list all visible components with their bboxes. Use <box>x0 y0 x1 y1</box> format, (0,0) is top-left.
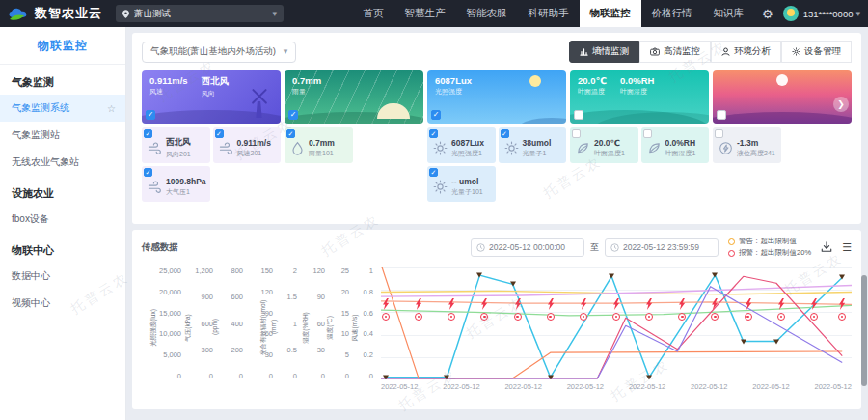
sensor-chip[interactable]: 20.0℃ 叶面温度1 <box>570 127 638 163</box>
sidebar-item[interactable]: 气象监测系统 ☆ <box>0 95 125 122</box>
sidebar-item[interactable]: 视频中心 <box>0 290 125 317</box>
location-label: 萧山测试 <box>134 8 267 20</box>
sensor-chip[interactable]: ✓ 6087Lux 光照强度1 <box>427 127 496 163</box>
card-label: 叶面温度 <box>578 87 607 97</box>
chart-plot-area[interactable] <box>381 267 852 379</box>
nav-item[interactable]: 首页 <box>353 0 394 27</box>
chart-y-axis: 光照强度(lux) 25,00020,00015,00010,0005,0000 <box>142 267 181 379</box>
axis-tick: 25 <box>341 267 349 274</box>
axis-tick: 0.5 <box>287 347 297 353</box>
chip-checkbox[interactable]: ✓ <box>429 168 438 177</box>
card-checkbox[interactable]: ✓ <box>146 110 155 120</box>
chevron-down-icon: ▾ <box>855 10 860 18</box>
axis-tick: 0.8 <box>364 289 373 295</box>
nav-item[interactable]: 科研助手 <box>518 0 580 27</box>
monitor-tab[interactable]: 墒情监测 <box>569 41 639 63</box>
card-metric: 0.7mm 雨量 <box>292 75 321 97</box>
chip-value: 6087Lux <box>451 138 484 148</box>
axis-label: 光合有效辐射(umol) <box>259 300 268 355</box>
sensor-card[interactable] <box>713 70 852 124</box>
username: 131****0000 <box>803 9 854 19</box>
sidebar-item[interactable]: fbox设备 <box>0 206 125 233</box>
clock-icon <box>610 243 619 252</box>
topbar: 数智农业云 萧山测试 ▾ 首页智慧生产智能农服科研助手物联监控价格行情知识库 ⚙… <box>0 0 868 27</box>
scrollbar[interactable] <box>861 275 867 386</box>
app-logo-icon <box>8 7 29 21</box>
sidebar-item[interactable]: 气象监测站 <box>0 122 125 149</box>
sidebar: 物联监控 气象监测 气象监测系统 ☆ 气象监测站 无线农业气象站 设施农业 fb… <box>0 27 126 420</box>
axis-tick: 800 <box>231 267 243 274</box>
download-icon[interactable] <box>821 241 832 253</box>
sensor-chip[interactable]: -1.3m 液位高度241 <box>713 127 781 163</box>
chip-checkbox[interactable]: ✓ <box>215 129 224 138</box>
chip-value: 20.0℃ <box>594 138 625 148</box>
date-from-value: 2022-05-12 00:00:00 <box>489 242 565 252</box>
sensor-card[interactable]: 6087Lux 光照强度 ✓ <box>427 70 566 124</box>
chip-value: 1009.8hPa <box>166 177 206 186</box>
axis-tick: 120 <box>260 289 273 295</box>
chart-y-axes: 光照强度(lux) 25,00020,00015,00010,0005,0000… <box>142 267 373 391</box>
device-select[interactable]: 气象职能(萧山基地内外场活动) ▾ <box>142 42 296 63</box>
avatar[interactable] <box>783 6 799 21</box>
sidebar-item-label: 数据中心 <box>12 269 50 283</box>
monitor-tab[interactable]: 设备管理 <box>781 41 852 63</box>
chip-checkbox[interactable]: ✓ <box>429 129 438 138</box>
location-select[interactable]: 萧山测试 ▾ <box>116 5 284 22</box>
axis-label: 温度(℃) <box>326 316 335 340</box>
date-from-input[interactable]: 2022-05-12 00:00:00 <box>471 238 584 257</box>
chip-checkbox[interactable]: ✓ <box>501 129 509 138</box>
carousel-next-button[interactable]: ❯ <box>833 97 849 112</box>
monitor-tabs: 墒情监测 高清监控 环境分析 设备管理 <box>569 41 852 63</box>
sidebar-section-label: 设施农业 <box>0 176 125 206</box>
sensor-chip[interactable]: ✓ 0.7mm 雨量101 <box>285 127 353 163</box>
sensor-card[interactable]: 0.7mm 雨量 ✓ <box>285 70 423 124</box>
sensor-card[interactable]: 0.911m/s 风速 西北风 风向 ✓ <box>142 70 281 124</box>
drop-icon <box>290 141 305 155</box>
star-icon[interactable]: ☆ <box>107 103 116 114</box>
legend-item: 警告：超出限制值 <box>728 237 811 246</box>
settings-gear-icon[interactable]: ⚙ <box>762 7 773 21</box>
card-checkbox[interactable] <box>574 110 583 120</box>
nav-item[interactable]: 价格行情 <box>641 0 703 27</box>
sensor-chip[interactable]: ✓ 0.911m/s 风速201 <box>213 127 282 163</box>
x-axis-label: 2022-05-12 <box>629 382 665 391</box>
monitor-tab[interactable]: 环境分析 <box>711 41 781 63</box>
nav-item[interactable]: 知识库 <box>703 0 755 27</box>
sensor-chip[interactable]: ✓ 1009.8hPa 大气压1 <box>142 166 210 202</box>
chip-label: 雨量101 <box>309 149 335 158</box>
card-checkbox[interactable]: ✓ <box>431 110 441 120</box>
list-icon[interactable]: ☰ <box>842 242 852 253</box>
sensor-card[interactable]: 20.0℃ 叶面温度 0.0%RH 叶面湿度 <box>570 70 709 124</box>
sensor-chip[interactable]: ✓ 38umol 光量子1 <box>499 127 567 163</box>
card-checkbox[interactable]: ✓ <box>288 110 298 120</box>
monitor-tab[interactable]: 高清监控 <box>639 41 711 63</box>
sidebar-item-label: 无线农业气象站 <box>12 155 79 169</box>
sensor-chip[interactable]: ✓ 西北风 风向201 <box>142 127 210 163</box>
chip-checkbox[interactable]: ✓ <box>286 129 295 138</box>
user-menu[interactable]: 131****0000 ▾ <box>803 9 860 19</box>
device-select-label: 气象职能(萧山基地内外场活动) <box>150 45 276 58</box>
card-metric: 西北风 风向 <box>202 75 230 98</box>
chart-y-axis: (mm) 21.510.50 <box>273 267 297 379</box>
nav-item[interactable]: 智慧生产 <box>394 0 456 27</box>
nav-item[interactable]: 智能农服 <box>456 0 518 27</box>
chip-checkbox[interactable] <box>643 129 652 138</box>
chip-checkbox[interactable] <box>715 129 723 138</box>
sensor-cards: 0.911m/s 风速 西北风 风向 ✓ 0.7mm 雨量 ✓ 6087Lux … <box>142 70 852 124</box>
card-label: 光照强度 <box>435 87 472 97</box>
app-root: 数智农业云 萧山测试 ▾ 首页智慧生产智能农服科研助手物联监控价格行情知识库 ⚙… <box>0 0 868 420</box>
chart-y-axis: 气压(kPa) 1,2009006003000 <box>181 267 213 379</box>
axis-tick: 60 <box>317 321 325 327</box>
sensor-chip[interactable]: ✓ -- umol 光量子101 <box>427 166 496 202</box>
axis-tick: 300 <box>201 347 213 353</box>
chip-checkbox[interactable]: ✓ <box>144 129 152 138</box>
card-checkbox[interactable] <box>717 110 726 120</box>
chip-checkbox[interactable] <box>572 129 581 138</box>
sidebar-item[interactable]: 数据中心 <box>0 263 125 290</box>
sensor-chip[interactable]: 0.0%RH 叶面湿度1 <box>641 127 710 163</box>
sidebar-item[interactable]: 无线农业气象站 <box>0 149 125 176</box>
nav-item[interactable]: 物联监控 <box>580 0 641 27</box>
main-nav: 首页智慧生产智能农服科研助手物联监控价格行情知识库 <box>353 0 755 27</box>
date-to-input[interactable]: 2022-05-12 23:59:59 <box>605 238 719 257</box>
chip-checkbox[interactable]: ✓ <box>144 168 152 177</box>
